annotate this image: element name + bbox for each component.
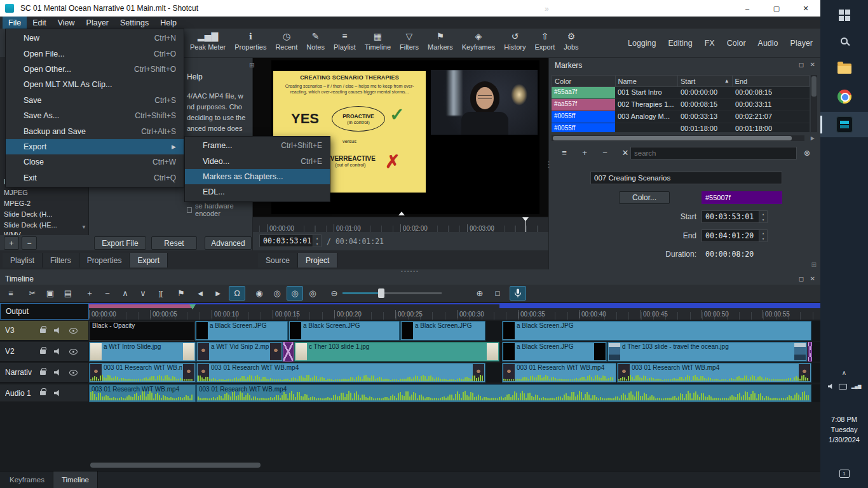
clear-search-icon[interactable]: ⊗	[799, 146, 815, 159]
hardware-encoder-checkbox[interactable]: se hardware encoder	[187, 202, 252, 217]
layout-logging[interactable]: Logging	[628, 39, 656, 48]
tab-playlist[interactable]: Playlist	[3, 253, 43, 268]
menu-item-exit[interactable]: ExitCtrl+Q	[6, 170, 184, 186]
marker-span-pink[interactable]	[89, 304, 194, 308]
zoom-fit-button[interactable]: ◻	[489, 286, 506, 301]
preset-item[interactable]: WMV	[4, 231, 21, 235]
history-button[interactable]: ↺History	[499, 30, 530, 52]
scrollbar-handle[interactable]	[90, 463, 261, 468]
menu-item-open-file[interactable]: Open File...Ctrl+O	[6, 46, 184, 61]
marker-row[interactable]: #0055ff 00:01:18:00 00:01:18:00	[552, 123, 810, 132]
clip[interactable]: a WtT Intro Slide.jpg	[89, 342, 196, 362]
float-panel-icon[interactable]: ◻	[799, 275, 804, 282]
peak-meter-button[interactable]: ▂▅▇Peak Meter	[186, 30, 230, 52]
zoom-slider[interactable]	[342, 292, 442, 294]
paste-icon[interactable]: ▤	[60, 286, 76, 301]
minimize-button[interactable]: –	[733, 0, 762, 17]
col-end[interactable]: End	[733, 76, 809, 86]
marker-start-timecode[interactable]: 00:03:53:01 ▴▾	[702, 210, 768, 223]
lift-button[interactable]: ∧	[117, 286, 133, 301]
hide-icon[interactable]	[69, 349, 78, 355]
hide-icon[interactable]	[69, 328, 78, 334]
recent-button[interactable]: ◷Recent	[271, 30, 302, 52]
menu-item-export[interactable]: Export▶	[6, 139, 184, 154]
clip[interactable]: a Black Screen.JPG	[288, 321, 400, 341]
menu-item-open-other[interactable]: Open Other...Ctrl+Shift+O	[6, 62, 184, 77]
tray-expand-chevron[interactable]: ∧	[820, 366, 868, 379]
ripple-markers-toggle[interactable]: ◎	[304, 286, 321, 301]
marker-end-timecode[interactable]: 00:04:01:20 ▴▾	[702, 229, 768, 242]
markers-menu-button[interactable]: ≡	[557, 146, 572, 159]
maximize-button[interactable]: ▢	[762, 0, 791, 17]
track-header-audio[interactable]: Audio 1	[0, 384, 88, 402]
transition-clip[interactable]	[808, 342, 812, 362]
jobs-button[interactable]: ⚙Jobs	[559, 30, 583, 52]
position-timecode[interactable]: 00:03:53:01 ▴▾	[259, 234, 322, 247]
lock-icon[interactable]	[40, 370, 46, 375]
track-header-narrative[interactable]: Narrative	[0, 363, 88, 383]
scrollbar-handle[interactable]	[553, 136, 792, 140]
clip[interactable]: a Black Screen.JPG	[195, 321, 288, 341]
scroll-right-icon[interactable]: ▶	[811, 135, 815, 141]
start-button[interactable]	[820, 4, 868, 27]
overwrite-button[interactable]: ∨	[135, 286, 151, 301]
preset-item[interactable]: MJPEG	[4, 189, 28, 196]
clip[interactable]: 003 01 Research WtT WB.mp4	[617, 363, 811, 383]
col-name[interactable]: Name	[616, 76, 679, 86]
ripple-delete-button[interactable]: −	[99, 286, 116, 301]
preset-item[interactable]: Slide Deck (H...	[4, 210, 52, 218]
menu-edit[interactable]: Edit	[27, 17, 52, 29]
tab-export[interactable]: Export	[130, 253, 168, 268]
layout-editing[interactable]: Editing	[668, 39, 692, 48]
scrollbar-handle[interactable]	[811, 76, 817, 97]
export-file-button[interactable]: Export File	[94, 236, 146, 250]
track-header-v3[interactable]: V3	[0, 321, 88, 341]
more-controls-icon[interactable]: »	[545, 4, 549, 13]
clip-selected[interactable]: c Ther 103 slide 1.jpg	[294, 342, 499, 362]
marker-name-field[interactable]	[590, 172, 782, 184]
mute-icon[interactable]	[54, 369, 61, 376]
record-audio-button[interactable]	[510, 286, 526, 301]
menu-item-open-mlt-xml[interactable]: Open MLT XML As Clip...	[6, 77, 184, 92]
add-marker-button[interactable]: +	[577, 146, 592, 159]
menu-item-close[interactable]: CloseCtrl+W	[6, 154, 184, 170]
tab-source[interactable]: Source	[258, 253, 298, 268]
marker-row[interactable]: #aa557f 002 Therapies 1... 00:00:08:15 0…	[552, 99, 810, 111]
clip[interactable]: 003 01 Research WtT WB.mp4	[89, 363, 196, 383]
lock-icon[interactable]	[40, 329, 46, 333]
menu-help[interactable]: Help	[154, 17, 182, 29]
display-icon[interactable]	[839, 384, 847, 390]
markers-vscrollbar[interactable]	[811, 75, 817, 132]
split-button[interactable]: ][	[153, 286, 169, 301]
layout-color[interactable]: Color	[727, 39, 746, 48]
timeline-ruler[interactable]: 00:00:00 00:00:05 00:00:10 00:00:15 00:0…	[89, 303, 820, 320]
layout-audio[interactable]: Audio	[758, 39, 778, 48]
transition-clip[interactable]	[283, 342, 294, 362]
timeline-button[interactable]: ▦Timeline	[360, 30, 395, 52]
menu-file[interactable]: File	[3, 17, 27, 29]
menu-item-backup-save[interactable]: Backup and SaveCtrl+Alt+S	[6, 123, 184, 139]
marker-search-input[interactable]	[630, 147, 797, 159]
taskbar-clock[interactable]: 7:08 PM Tuesday 1/30/2024	[820, 413, 868, 446]
timeline-hscrollbar[interactable]	[89, 462, 820, 468]
export-help-link[interactable]: Help	[187, 72, 203, 81]
marker-row[interactable]: #55aa7f 001 Start Intro 00:00:00:00 00:0…	[552, 87, 810, 99]
add-preset-button[interactable]: +	[4, 236, 19, 250]
clip[interactable]: a Black Screen.JPG	[400, 321, 485, 341]
action-center-button[interactable]: 1	[820, 463, 868, 484]
layout-fx[interactable]: FX	[705, 39, 715, 48]
lock-icon[interactable]	[40, 391, 46, 395]
cut-icon[interactable]: ✂	[24, 286, 41, 301]
zoom-out-button[interactable]: ⊖	[326, 286, 342, 301]
filters-button[interactable]: ▽Filters	[395, 30, 423, 52]
mute-icon[interactable]	[54, 348, 61, 355]
track-header-v2[interactable]: V2	[0, 342, 88, 362]
close-panel-icon[interactable]: ✕	[810, 275, 815, 282]
timeline-menu-button[interactable]: ≡	[3, 286, 19, 301]
tab-properties[interactable]: Properties	[79, 253, 130, 268]
clip[interactable]: 003 01 Research WtT WB.mp4	[196, 363, 485, 383]
layout-player[interactable]: Player	[790, 39, 813, 48]
ripple-toggle[interactable]: ◎	[269, 286, 285, 301]
marker-span-blue[interactable]	[499, 304, 820, 308]
marker-color-swatch[interactable]: #55007f	[702, 191, 782, 204]
